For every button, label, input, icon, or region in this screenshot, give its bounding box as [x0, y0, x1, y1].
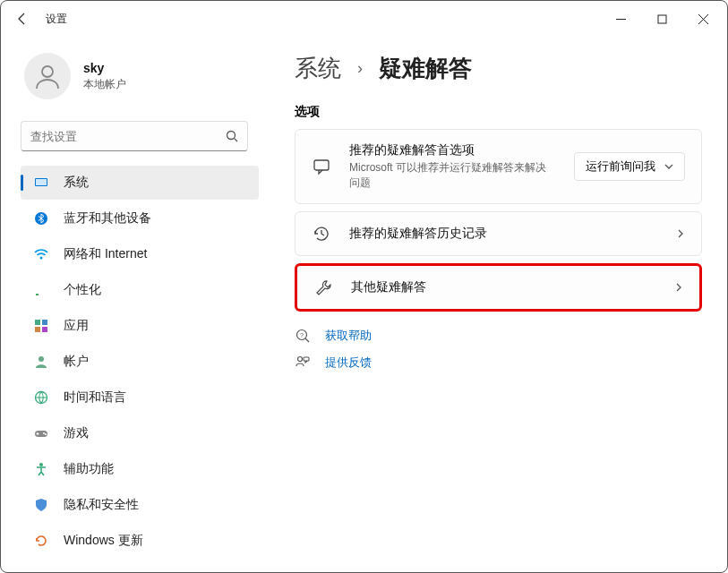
feedback-icon	[295, 355, 311, 371]
svg-point-15	[43, 432, 45, 434]
shield-icon	[33, 497, 49, 513]
search-icon	[226, 130, 238, 142]
chevron-right-icon	[676, 229, 685, 238]
card-title: 推荐的疑难解答首选项	[349, 142, 574, 158]
window-title: 设置	[46, 12, 67, 27]
wrench-icon	[313, 278, 333, 296]
sidebar-item-globe[interactable]: 时间和语言	[21, 381, 259, 415]
maximize-button[interactable]	[641, 4, 682, 33]
sidebar-item-label: 蓝牙和其他设备	[64, 210, 151, 227]
svg-point-6	[40, 257, 43, 260]
sidebar-item-label: 应用	[64, 318, 89, 334]
account-type: 本地帐户	[83, 77, 126, 92]
help-link-label: 获取帮助	[325, 328, 372, 344]
svg-point-1	[42, 66, 53, 77]
dropdown-value: 运行前询问我	[586, 158, 655, 175]
chat-icon	[312, 158, 331, 175]
sidebar-item-accessibility[interactable]: 辅助功能	[21, 452, 259, 486]
card-history[interactable]: 推荐的疑难解答历史记录	[295, 211, 702, 256]
sidebar-item-label: Windows 更新	[64, 533, 143, 549]
card-recommended-preferences[interactable]: 推荐的疑难解答首选项 Microsoft 可以推荐并运行疑难解答来解决问题 运行…	[295, 129, 702, 204]
search-input[interactable]	[30, 130, 226, 143]
back-button[interactable]	[4, 1, 40, 37]
accessibility-icon	[33, 461, 49, 477]
svg-rect-9	[42, 320, 47, 325]
svg-rect-4	[36, 179, 47, 185]
chevron-right-icon: ›	[357, 59, 363, 78]
sidebar-item-label: 辅助功能	[64, 461, 114, 477]
brush-icon	[33, 282, 49, 298]
sidebar-item-monitor[interactable]: 系统	[21, 166, 259, 200]
sidebar-item-person[interactable]: 帐户	[21, 345, 259, 379]
chevron-right-icon	[674, 283, 683, 292]
help-icon: ?	[295, 328, 311, 344]
get-help-link[interactable]: ? 获取帮助	[295, 328, 702, 344]
sidebar-item-label: 个性化	[64, 282, 101, 298]
svg-rect-0	[658, 15, 666, 23]
sidebar-item-wifi[interactable]: 网络和 Internet	[21, 237, 259, 271]
sidebar-item-apps[interactable]: 应用	[21, 309, 259, 343]
close-button[interactable]	[682, 4, 724, 33]
sidebar-item-label: 网络和 Internet	[64, 246, 147, 262]
user-block[interactable]: sky 本地帐户	[24, 53, 259, 99]
sidebar-item-label: 游戏	[64, 425, 89, 441]
breadcrumb: 系统 › 疑难解答	[295, 53, 702, 84]
monitor-icon	[33, 175, 49, 191]
avatar	[24, 53, 71, 99]
gamepad-icon	[33, 425, 49, 441]
help-link-label: 提供反馈	[325, 355, 372, 371]
svg-rect-8	[35, 320, 40, 325]
svg-rect-22	[304, 357, 309, 361]
svg-point-17	[39, 463, 43, 466]
card-title: 推荐的疑难解答历史记录	[349, 226, 676, 242]
svg-rect-7	[36, 294, 39, 295]
svg-point-12	[39, 356, 44, 362]
bluetooth-icon	[33, 210, 49, 227]
card-title: 其他疑难解答	[351, 279, 674, 295]
globe-icon	[33, 389, 49, 406]
sidebar-item-shield[interactable]: 隐私和安全性	[21, 488, 259, 522]
sidebar-item-gamepad[interactable]: 游戏	[21, 416, 259, 450]
sidebar-item-label: 时间和语言	[64, 389, 126, 406]
svg-point-2	[227, 132, 236, 140]
card-subtitle: Microsoft 可以推荐并运行疑难解答来解决问题	[349, 160, 555, 191]
svg-text:?: ?	[300, 332, 304, 338]
svg-point-16	[45, 433, 47, 435]
person-icon	[33, 354, 49, 370]
history-icon	[312, 225, 331, 243]
sidebar-item-bluetooth[interactable]: 蓝牙和其他设备	[21, 201, 259, 235]
svg-point-21	[298, 356, 303, 361]
sidebar-item-label: 隐私和安全性	[64, 497, 139, 513]
svg-rect-18	[314, 160, 329, 170]
feedback-link[interactable]: 提供反馈	[295, 355, 702, 371]
svg-rect-11	[42, 327, 47, 332]
sidebar-item-update[interactable]: Windows 更新	[21, 524, 259, 558]
minimize-button[interactable]	[600, 4, 641, 33]
page-title: 疑难解答	[379, 53, 472, 84]
section-title-options: 选项	[295, 104, 702, 120]
sidebar-item-brush[interactable]: 个性化	[21, 273, 259, 307]
search-box[interactable]	[21, 121, 248, 151]
username: sky	[83, 61, 126, 75]
update-icon	[33, 533, 49, 549]
preferences-dropdown[interactable]: 运行前询问我	[574, 152, 685, 181]
apps-icon	[33, 318, 49, 334]
sidebar-item-label: 帐户	[64, 354, 89, 370]
breadcrumb-parent[interactable]: 系统	[295, 53, 341, 84]
sidebar-item-label: 系统	[64, 175, 89, 191]
card-other-troubleshooters[interactable]: 其他疑难解答	[295, 263, 702, 312]
wifi-icon	[33, 246, 49, 262]
svg-rect-10	[35, 327, 40, 332]
chevron-down-icon	[664, 162, 673, 171]
